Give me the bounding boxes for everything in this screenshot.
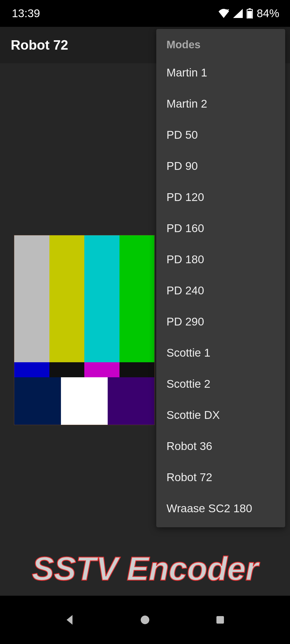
mode-option[interactable]: Martin 2	[156, 88, 285, 119]
mode-option[interactable]: Scottie 2	[156, 368, 285, 400]
svg-point-5	[141, 616, 149, 624]
back-icon	[63, 613, 76, 626]
nav-back-button[interactable]	[63, 613, 76, 626]
mode-option[interactable]: Scottie 1	[156, 337, 285, 368]
modes-menu: Modes Martin 1 Martin 2 PD 50 PD 90 PD 1…	[156, 29, 285, 527]
modes-menu-header: Modes	[156, 29, 285, 57]
recent-icon	[214, 613, 227, 626]
mode-option[interactable]: Martin 1	[156, 57, 285, 88]
mode-option[interactable]: PD 90	[156, 151, 285, 182]
mode-option[interactable]: PD 120	[156, 182, 285, 213]
mode-option[interactable]: PD 290	[156, 306, 285, 337]
wifi-icon	[218, 9, 229, 18]
svg-rect-6	[216, 616, 224, 624]
cell-signal-icon	[233, 9, 243, 18]
colorbars-bot	[14, 377, 154, 425]
status-time: 13:39	[12, 7, 40, 20]
battery-icon	[247, 8, 253, 19]
status-bar: 13:39 84%	[0, 0, 290, 27]
mode-option[interactable]: Robot 72	[156, 462, 285, 493]
mode-option[interactable]: Scottie DX	[156, 400, 285, 431]
navigation-bar	[0, 596, 290, 644]
mode-option[interactable]: Wraase SC2 180	[156, 493, 285, 524]
status-right: 84%	[218, 7, 279, 20]
mode-option[interactable]: PD 50	[156, 119, 285, 151]
nav-recent-button[interactable]	[214, 613, 227, 626]
app-footer-title: SSTV Encoder	[0, 550, 290, 588]
colorbars-mid	[14, 362, 154, 377]
mode-option[interactable]: PD 180	[156, 244, 285, 275]
sstv-preview-image[interactable]	[14, 235, 155, 425]
nav-home-button[interactable]	[139, 613, 151, 626]
mode-option[interactable]: PD 160	[156, 213, 285, 244]
svg-rect-4	[248, 11, 252, 18]
mode-option[interactable]: PD 240	[156, 275, 285, 306]
colorbars-top	[14, 235, 154, 362]
home-icon	[139, 613, 151, 626]
mode-option[interactable]: Robot 36	[156, 431, 285, 462]
battery-pct: 84%	[257, 7, 279, 20]
